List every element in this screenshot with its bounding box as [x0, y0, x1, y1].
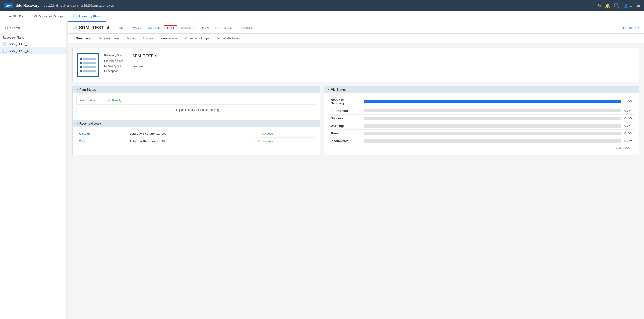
history-action-1[interactable]: Cleanup [79, 132, 90, 136]
success-checkmark-2: ✓ [258, 140, 260, 143]
help-icon[interactable]: ? [614, 3, 620, 8]
vm-bar-container-ready: 1 VMs [364, 100, 632, 103]
plan-icon-bar-3 [83, 66, 96, 68]
sub-tab-permissions[interactable]: Permissions [157, 34, 181, 43]
vm-status-title: VM Status [331, 88, 346, 91]
vm-status-body: Ready for Recovery: 1 VMs [324, 93, 639, 155]
cleanup-button[interactable]: CLEANUP [178, 25, 199, 30]
vm-count-in-progress: 0 VMs [623, 109, 632, 112]
sidebar-item-label-2: SRM_TEST_4 [9, 49, 28, 53]
learn-more-link[interactable]: Learn more ↗ [620, 26, 639, 30]
history-row-1: Cleanup Saturday, February 11, 20... ✓ S… [76, 130, 316, 138]
recovery-site-label: Recovery Site: [104, 64, 132, 69]
plan-icon-line-3 [80, 66, 96, 68]
content-area: Recovery Plans 📄 SRM_TEST_3 📄 SRM_TEST_4… [0, 22, 644, 319]
tab-recovery-plans[interactable]: 📄 Recovery Plans [68, 11, 106, 22]
main-panel: 📄 SRM_TEST_4 EDIT MOVE DELETE TEST CLEAN… [68, 22, 644, 319]
tab-site-pair[interactable]: ☷ Site Pair [4, 11, 29, 22]
delete-button[interactable]: DELETE [146, 25, 163, 30]
vm-row-ready: Ready for Recovery: 1 VMs [328, 96, 635, 107]
vm-label-success: Success: [328, 114, 361, 122]
run-button[interactable]: RUN [200, 25, 212, 30]
vmw-logo: vmw [4, 3, 13, 8]
history-result-text-2: Success [261, 140, 273, 143]
reprotect-button[interactable]: REPROTECT [212, 25, 237, 30]
vm-status-chevron[interactable]: ∨ [328, 88, 330, 91]
connection-info[interactable]: dsib2224.drm.lab.emc.com - dsib2226.drm.… [44, 4, 118, 7]
vm-bar-bg-success [364, 117, 621, 120]
tab-site-pair-label: Site Pair [13, 15, 24, 18]
sub-tab-history[interactable]: History [140, 34, 157, 43]
vm-bar-bg-ready [364, 100, 621, 103]
plan-status-chevron[interactable]: ∨ [76, 88, 78, 91]
vm-total-count: 1 VMs [622, 147, 630, 150]
refresh-icon[interactable]: ↻ [598, 4, 601, 8]
navbar: vmw Site Recovery dsib2224.drm.lab.emc.c… [0, 0, 644, 11]
vm-count-error: 0 VMs [623, 132, 632, 135]
search-input[interactable] [3, 24, 63, 32]
edit-button[interactable]: EDIT [116, 25, 129, 30]
sub-tab-issues[interactable]: Issues [123, 34, 140, 43]
external-link-icon: ↗ [637, 26, 639, 29]
plan-status-card: ∨ Plan Status Plan Status: → Ready This … [72, 86, 320, 155]
sub-tab-bar: Summary Recovery Steps Issues History Pe… [68, 34, 644, 44]
move-button[interactable]: MOVE [130, 25, 144, 30]
plan-icon-line-1 [80, 58, 96, 60]
plan-icon-bar-4 [83, 70, 96, 72]
vm-count-warning: 0 VMs [623, 124, 632, 128]
plan-status-row: Plan Status: → Ready [76, 96, 316, 105]
plan-details: Recovery Plan: SRM_TEST_4 Protected Site… [104, 53, 159, 74]
vm-bar-bg-warning [364, 124, 621, 128]
power-icon[interactable]: ⏏ [637, 4, 640, 8]
protection-icon: ⛭ [34, 14, 37, 18]
plan-icon-dot-3 [80, 66, 82, 68]
history-row-2: Test Saturday, February 11, 20... ✓ Succ… [76, 138, 316, 145]
recent-history-chevron[interactable]: ∨ [76, 122, 78, 125]
sub-tab-summary[interactable]: Summary [72, 34, 94, 43]
plan-status-message: This plan is ready for test or recovery [76, 106, 316, 113]
detail-title-icon: 📄 [72, 26, 77, 30]
plan-info-card: Recovery Plan: SRM_TEST_4 Protected Site… [72, 48, 639, 82]
plan-status-body: Plan Status: → Ready This plan is ready … [72, 93, 320, 116]
tab-protection-groups[interactable]: ⛭ Protection Groups [29, 11, 68, 22]
plan-status-title: Plan Status [80, 88, 96, 91]
history-action-2[interactable]: Test [79, 140, 85, 143]
vm-row-warning: Warning: 0 VMs [328, 122, 635, 130]
plan-icon-dot-2 [80, 62, 82, 64]
vm-bar-bg-in-progress [364, 109, 621, 112]
sub-tab-protection-groups[interactable]: Protection Groups [181, 34, 213, 43]
history-date-2: Saturday, February 11, 20... [127, 138, 255, 145]
plan-icon-line-4 [80, 70, 96, 72]
sub-tab-virtual-machines[interactable]: Virtual Machines [213, 34, 244, 43]
protected-site-label: Protected Site: [104, 59, 132, 64]
history-result-1: ✓ Success [255, 130, 316, 138]
vm-status-header: ∨ VM Status [324, 86, 639, 93]
sidebar-item-srm-test-4[interactable]: 📄 SRM_TEST_4 [0, 47, 66, 54]
plan-icon-2: 📄 [3, 49, 7, 53]
recovery-plans-icon: 📄 [73, 14, 77, 18]
test-button[interactable]: TEST [164, 25, 178, 30]
history-result-2: ✓ Success [255, 138, 316, 145]
sub-tab-recovery-steps[interactable]: Recovery Steps [94, 34, 123, 43]
plan-status-label: Plan Status: [80, 98, 108, 102]
vm-bar-container-warning: 0 VMs [364, 124, 632, 128]
vm-status-card: ∨ VM Status Ready for Recovery: [324, 86, 639, 155]
learn-more-text: Learn more [620, 26, 636, 30]
vm-count-success: 0 VMs [623, 117, 632, 120]
user-icon[interactable]: 👤 ⌄ [624, 4, 632, 8]
sub-tab-protection-groups-label: Protection Groups [185, 36, 210, 40]
sidebar-section-label: Recovery Plans [0, 34, 66, 40]
sub-tab-history-label: History [144, 36, 153, 40]
sidebar-item-srm-test-3[interactable]: 📄 SRM_TEST_3 [0, 40, 66, 47]
main-tab-bar: ☷ Site Pair ⛭ Protection Groups 📄 Recove… [0, 11, 644, 22]
plan-status-header: ∨ Plan Status [72, 86, 320, 93]
vm-label-error: Error: [328, 130, 361, 137]
bell-icon[interactable]: 🔔 [605, 4, 610, 8]
sub-tab-recovery-steps-label: Recovery Steps [98, 36, 119, 40]
tab-recovery-plans-label: Recovery Plans [78, 15, 101, 18]
plan-icon-line-2 [80, 62, 96, 64]
cancel-button[interactable]: CANCEL [238, 25, 256, 30]
vm-row-error: Error: 0 VMs [328, 130, 635, 137]
vm-bar-error: 0 VMs [361, 130, 635, 137]
vm-bar-bg-incomplete [364, 140, 621, 143]
